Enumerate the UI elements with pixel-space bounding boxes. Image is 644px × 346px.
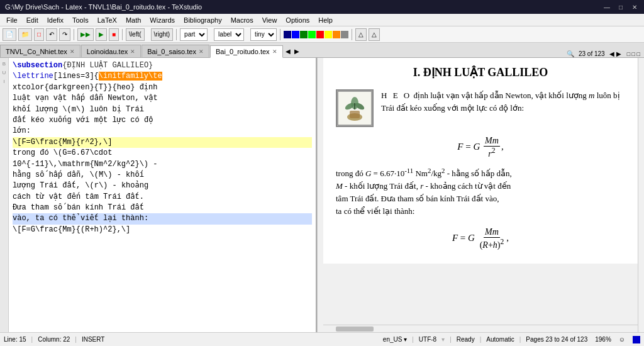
tab-loinoidau-close[interactable]: ✕ bbox=[130, 48, 135, 55]
preview-italic-m: m bbox=[589, 91, 594, 100]
status-line: Line: 15 bbox=[4, 336, 26, 343]
status-pages: Pages 23 to 24 of 123 bbox=[526, 336, 587, 343]
tab-co-nhiet-close[interactable]: ✕ bbox=[70, 48, 75, 55]
editor-wrapper: B U I \subsection{ĐỊNH LUẬT GALLILEO} \l… bbox=[0, 58, 323, 332]
tab-next-button[interactable]: ▶ bbox=[292, 45, 301, 57]
minimize-button[interactable]: — bbox=[602, 3, 611, 11]
undo-button[interactable]: ↶ bbox=[46, 28, 57, 41]
tab-co-nhiet[interactable]: TNVL_Co_Nhiet.tex ✕ bbox=[0, 45, 80, 57]
color-yellow[interactable] bbox=[325, 31, 332, 38]
status-sep3: | bbox=[412, 336, 414, 343]
window-controls: — □ ✕ bbox=[602, 3, 639, 11]
menu-idefix[interactable]: Idefix bbox=[43, 15, 67, 25]
color-navy[interactable] bbox=[284, 31, 291, 38]
tab-prev-button[interactable]: ◀ bbox=[284, 45, 292, 57]
separator4 bbox=[280, 29, 280, 40]
preview-controls: 🔍 23 of 123 ◀ ▶ □ □ □ bbox=[567, 50, 644, 57]
preview-search-icon[interactable]: 🔍 bbox=[567, 50, 574, 57]
menu-macros[interactable]: Macros bbox=[227, 15, 257, 25]
menu-bar: File Edit Idefix Tools LaTeX Math Wizard… bbox=[0, 14, 644, 26]
menu-edit[interactable]: Edit bbox=[23, 15, 42, 25]
preview-nav-right[interactable]: ▶ bbox=[616, 50, 621, 57]
tab-saiso[interactable]: Bai_0_saiso.tex ✕ bbox=[142, 45, 209, 57]
menu-bibliography[interactable]: Bibliography bbox=[180, 15, 226, 25]
menu-file[interactable]: File bbox=[3, 15, 21, 25]
tab-roitudo-close[interactable]: ✕ bbox=[272, 48, 277, 55]
color-green[interactable] bbox=[300, 31, 308, 38]
menu-wizards[interactable]: Wizards bbox=[146, 15, 179, 25]
menu-view[interactable]: View bbox=[258, 15, 281, 25]
tab-roitudo[interactable]: Bai_0_roitudo.tex ✕ bbox=[210, 45, 283, 58]
preview-panel: I. ĐỊNH LUẬT GALLILEO bbox=[323, 58, 638, 325]
redo-button[interactable]: ↷ bbox=[59, 28, 70, 41]
editor-scrollbar[interactable] bbox=[317, 58, 323, 332]
gutter-u: U bbox=[0, 68, 8, 77]
compile-button[interactable]: ▶▶ bbox=[77, 28, 94, 41]
tab-loinoidau[interactable]: Loinoidau.tex ✕ bbox=[81, 45, 141, 57]
save-button[interactable]: □ bbox=[34, 28, 44, 41]
frac1-num: Mm bbox=[484, 136, 500, 147]
status-column: Column: 22 bbox=[38, 336, 70, 343]
preview-dropcap bbox=[336, 89, 374, 127]
preview-content: I. ĐỊNH LUẬT GALLILEO bbox=[323, 58, 638, 264]
main-area: B U I \subsection{ĐỊNH LUẬT GALLILEO} \l… bbox=[0, 58, 644, 332]
maximize-button[interactable]: □ bbox=[616, 3, 625, 11]
formula1: F = G Mm r2 , bbox=[336, 136, 625, 159]
tiny-select[interactable]: tiny bbox=[250, 28, 277, 41]
tab-nav: ◀ ▶ bbox=[284, 45, 301, 57]
preview-wrapper: I. ĐỊNH LUẬT GALLILEO bbox=[323, 58, 638, 332]
preview-scrollbar[interactable] bbox=[638, 58, 644, 332]
status-mode: INSERT bbox=[82, 336, 105, 343]
right-button[interactable]: \right) bbox=[151, 28, 174, 41]
preview-para1: trong đó G = 6.67·10-11 Nm2/kg2 - hằng s… bbox=[336, 165, 625, 218]
preview-page-info: 23 of 123 bbox=[579, 50, 605, 57]
label-select[interactable]: label bbox=[214, 28, 244, 41]
warning-icon[interactable]: △ bbox=[355, 28, 367, 41]
menu-latex[interactable]: LaTeX bbox=[94, 15, 121, 25]
hscroll-thumb[interactable] bbox=[336, 326, 374, 332]
menu-math[interactable]: Math bbox=[122, 15, 145, 25]
color-palette bbox=[284, 31, 348, 38]
toolbar: 📄 📁 □ ↶ ↷ ▶▶ ▶ ■ \left( \right) part lab… bbox=[0, 26, 644, 43]
new-button[interactable]: 📄 bbox=[3, 28, 16, 41]
preview-intro-block: H E O định luật vạn vật hấp dẫn Newton, … bbox=[336, 89, 625, 127]
dropcap-svg bbox=[337, 91, 372, 126]
close-button[interactable]: ✕ bbox=[630, 3, 639, 11]
drop-decoration bbox=[337, 91, 372, 126]
status-indicator bbox=[633, 336, 640, 343]
separator3 bbox=[176, 29, 177, 40]
status-zoom: 196% bbox=[595, 336, 611, 343]
color-red[interactable] bbox=[316, 31, 324, 38]
menu-help[interactable]: Help bbox=[314, 15, 336, 25]
menu-options[interactable]: Options bbox=[282, 15, 313, 25]
gutter-i: I bbox=[0, 77, 8, 86]
status-spell: Automatic bbox=[486, 336, 514, 343]
status-smiley: ☺ bbox=[619, 336, 625, 343]
separator2 bbox=[122, 29, 123, 40]
preview-section-title: I. ĐỊNH LUẬT GALLILEO bbox=[336, 65, 625, 79]
menu-tools[interactable]: Tools bbox=[69, 15, 92, 25]
build-button[interactable]: ▶ bbox=[96, 28, 107, 41]
editor-panel[interactable]: \subsection{ĐỊNH LUẬT GALLILEO} \lettrin… bbox=[9, 58, 317, 332]
stop-button[interactable]: ■ bbox=[109, 28, 119, 41]
color-orange[interactable] bbox=[333, 31, 340, 38]
preview-nav-left[interactable]: ◀ bbox=[609, 50, 614, 57]
left-button[interactable]: \left( bbox=[126, 28, 144, 41]
color-lime[interactable] bbox=[308, 31, 316, 38]
frac1: Mm r2 bbox=[484, 136, 500, 159]
editor-content[interactable]: \subsection{ĐỊNH LUẬT GALLILEO} \lettrin… bbox=[13, 60, 312, 235]
status-sep1: | bbox=[31, 336, 33, 343]
frac2-num: Mm bbox=[484, 227, 500, 238]
warning2-icon[interactable]: △ bbox=[369, 28, 380, 41]
title-bar: G:\My Drive\Sach - Latex - TNVL1\Bai_0_r… bbox=[0, 0, 644, 14]
separator5 bbox=[352, 29, 352, 40]
part-select[interactable]: part bbox=[180, 28, 208, 41]
preview-hscrollbar[interactable] bbox=[323, 325, 638, 332]
status-ready: Ready bbox=[457, 336, 475, 343]
open-button[interactable]: 📁 bbox=[18, 28, 32, 41]
color-blue[interactable] bbox=[292, 31, 299, 38]
separator1 bbox=[74, 29, 74, 40]
status-sep7: | bbox=[519, 336, 521, 343]
tab-saiso-close[interactable]: ✕ bbox=[199, 48, 204, 55]
color-gray[interactable] bbox=[341, 31, 348, 38]
